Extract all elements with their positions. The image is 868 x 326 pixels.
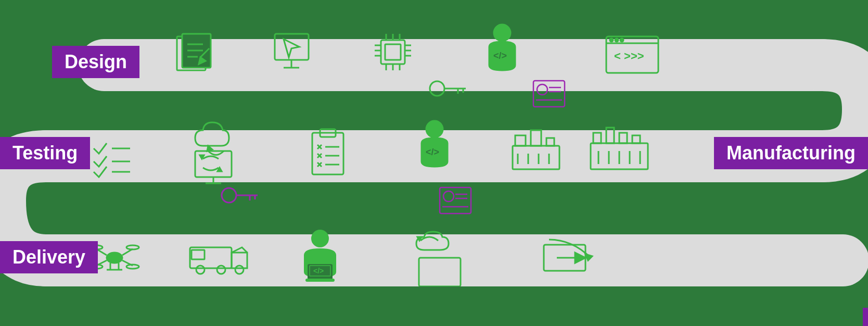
- person-coder-icon-r2: </>: [411, 120, 458, 179]
- svg-point-101: [126, 245, 139, 249]
- forward-arrow-icon: [541, 234, 604, 283]
- svg-rect-86: [593, 133, 601, 143]
- manufacturing-label: Manufacturing: [714, 137, 868, 169]
- id-badge-icon-r2: [437, 185, 474, 218]
- svg-rect-87: [606, 128, 614, 143]
- svg-rect-15: [385, 44, 401, 60]
- person-coder-icon-r1: </>: [479, 23, 526, 83]
- svg-rect-72: [440, 187, 471, 214]
- svg-marker-123: [575, 253, 585, 263]
- svg-point-103: [126, 265, 139, 269]
- svg-rect-89: [632, 135, 640, 143]
- svg-rect-80: [546, 138, 554, 146]
- svg-text:</>: </>: [426, 147, 439, 157]
- svg-rect-77: [513, 146, 559, 169]
- svg-point-35: [537, 84, 547, 95]
- svg-text:< >: < >: [614, 49, 631, 62]
- svg-rect-78: [515, 135, 526, 146]
- svg-point-43: [620, 39, 623, 42]
- key-icon-r2: [219, 185, 260, 208]
- svg-point-55: [222, 188, 236, 203]
- svg-text:>>: >>: [631, 49, 644, 62]
- checklist-icon: [88, 133, 135, 182]
- id-badge-icon-r1: [531, 78, 567, 111]
- clipboard-x-icon: [307, 125, 349, 179]
- svg-rect-116: [306, 279, 334, 281]
- svg-marker-124: [585, 254, 592, 260]
- svg-point-110: [235, 266, 244, 274]
- svg-text:</>: </>: [493, 51, 507, 61]
- cloud-monitor-icon: [411, 229, 468, 289]
- svg-rect-34: [533, 81, 565, 107]
- factory-icon-1: [510, 125, 562, 174]
- svg-point-73: [443, 191, 454, 202]
- svg-point-28: [430, 81, 444, 96]
- svg-text:</>: </>: [313, 267, 324, 275]
- svg-point-70: [426, 121, 443, 137]
- truck-icon: [187, 234, 250, 278]
- svg-point-95: [107, 253, 122, 263]
- svg-point-109: [217, 266, 225, 274]
- svg-rect-117: [419, 258, 461, 286]
- svg-rect-111: [192, 250, 205, 259]
- testing-label: Testing: [0, 137, 90, 169]
- svg-point-108: [196, 266, 205, 274]
- vector-tool-icon: [271, 29, 317, 78]
- person-laptop-icon: </>: [297, 229, 343, 289]
- code-editor-icon-r1: < > >>: [604, 34, 661, 78]
- delivery-label: Delivery: [0, 241, 98, 273]
- end-of-life-label: End of Life: [863, 308, 868, 326]
- factory-icon-2: [588, 125, 650, 174]
- svg-point-42: [615, 39, 618, 42]
- svg-point-41: [610, 39, 613, 42]
- svg-point-32: [494, 24, 510, 41]
- microchip-icon: [369, 29, 416, 78]
- svg-point-112: [312, 230, 328, 247]
- blueprint-icon: [172, 29, 219, 78]
- svg-rect-79: [531, 130, 541, 146]
- design-label: Design: [52, 46, 139, 78]
- svg-rect-88: [619, 133, 627, 143]
- svg-rect-59: [312, 133, 343, 174]
- key-icon-r1: [427, 78, 468, 101]
- svg-rect-11: [275, 34, 309, 60]
